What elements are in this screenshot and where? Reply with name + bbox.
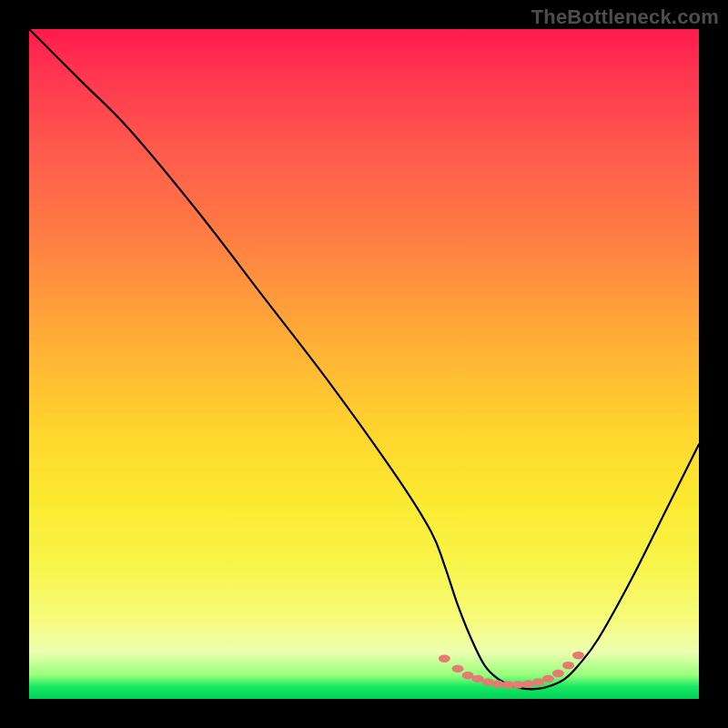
valley-marker <box>552 670 564 677</box>
valley-marker <box>462 672 474 679</box>
valley-marker <box>572 652 584 659</box>
valley-markers <box>439 652 584 689</box>
watermark-text: TheBottleneck.com <box>531 5 719 29</box>
curve-layer <box>29 29 699 699</box>
valley-marker <box>502 681 514 688</box>
valley-marker <box>439 655 450 662</box>
valley-marker <box>472 675 484 682</box>
chart-frame: TheBottleneck.com <box>0 0 728 728</box>
valley-marker <box>452 665 464 672</box>
valley-marker <box>482 678 494 685</box>
valley-marker <box>542 675 554 682</box>
bottleneck-curve <box>29 29 699 689</box>
valley-marker <box>532 678 544 685</box>
valley-marker <box>512 681 524 688</box>
valley-marker <box>562 662 574 669</box>
valley-marker <box>522 681 534 688</box>
valley-marker <box>492 681 504 688</box>
plot-area <box>29 29 699 699</box>
